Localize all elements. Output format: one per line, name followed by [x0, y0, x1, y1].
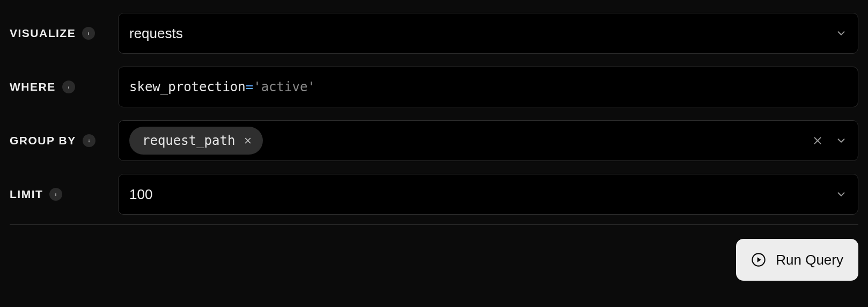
- groupby-row: GROUP BY request_path: [10, 120, 858, 161]
- where-label: WHERE: [10, 81, 56, 93]
- groupby-select[interactable]: request_path: [118, 120, 858, 161]
- where-operator: =: [246, 79, 253, 94]
- where-expression: skew_protection = 'active': [129, 79, 315, 94]
- info-icon[interactable]: [82, 27, 95, 40]
- chevron-down-icon: [835, 135, 847, 147]
- run-query-label: Run Query: [776, 252, 843, 268]
- visualize-label-cell: VISUALIZE: [10, 27, 107, 40]
- info-icon[interactable]: [83, 134, 95, 147]
- close-icon[interactable]: [242, 135, 253, 146]
- visualize-value: requests: [129, 25, 829, 42]
- where-value: 'active': [253, 79, 315, 94]
- chevron-down-icon: [835, 27, 847, 39]
- where-label-cell: WHERE: [10, 81, 107, 93]
- limit-value: 100: [129, 186, 829, 203]
- groupby-label: GROUP BY: [10, 134, 76, 147]
- where-field: skew_protection: [129, 79, 246, 94]
- where-row: WHERE skew_protection = 'active': [10, 67, 858, 107]
- where-input[interactable]: skew_protection = 'active': [118, 67, 858, 107]
- actions-bar: Run Query: [0, 225, 868, 281]
- clear-icon[interactable]: [812, 135, 823, 147]
- groupby-chip-label: request_path: [142, 133, 235, 148]
- play-circle-icon: [751, 252, 766, 267]
- svg-marker-13: [757, 257, 761, 262]
- run-query-button[interactable]: Run Query: [736, 239, 858, 281]
- groupby-chip[interactable]: request_path: [129, 127, 263, 155]
- groupby-label-cell: GROUP BY: [10, 134, 107, 147]
- limit-row: LIMIT 100: [10, 174, 858, 215]
- visualize-select[interactable]: requests: [118, 13, 858, 54]
- info-icon[interactable]: [49, 188, 62, 201]
- query-builder: VISUALIZE requests WHERE skew_protection…: [0, 0, 868, 225]
- visualize-row: VISUALIZE requests: [10, 13, 858, 54]
- limit-select[interactable]: 100: [118, 174, 858, 215]
- info-icon[interactable]: [62, 81, 75, 93]
- limit-label-cell: LIMIT: [10, 188, 107, 201]
- visualize-label: VISUALIZE: [10, 27, 76, 40]
- limit-label: LIMIT: [10, 188, 43, 201]
- chevron-down-icon: [835, 188, 847, 200]
- groupby-right-icons: [812, 135, 847, 147]
